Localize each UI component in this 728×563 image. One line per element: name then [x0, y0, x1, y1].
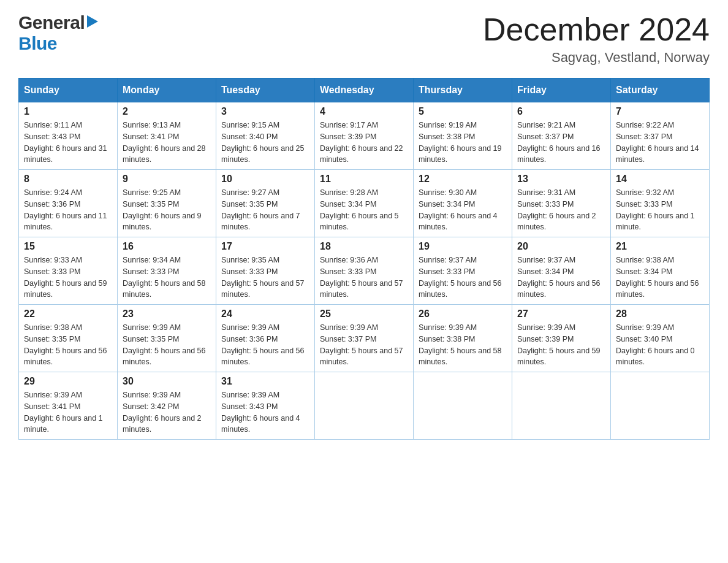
day-number: 18 [320, 241, 408, 252]
day-number: 24 [221, 308, 309, 320]
table-row [611, 372, 710, 440]
table-row: 10 Sunrise: 9:27 AM Sunset: 3:35 PM Dayl… [216, 170, 315, 237]
calendar-week-row: 29 Sunrise: 9:39 AM Sunset: 3:41 PM Dayl… [19, 372, 710, 440]
month-title: December 2024 [483, 12, 710, 47]
day-number: 14 [616, 174, 704, 185]
table-row [512, 372, 611, 440]
table-row: 28 Sunrise: 9:39 AM Sunset: 3:40 PM Dayl… [611, 305, 710, 372]
logo-arrow-icon [86, 13, 99, 30]
calendar-week-row: 15 Sunrise: 9:33 AM Sunset: 3:33 PM Dayl… [19, 237, 710, 305]
day-number: 9 [123, 174, 211, 185]
day-info: Sunrise: 9:39 AM Sunset: 3:36 PM Dayligh… [221, 322, 309, 368]
day-info: Sunrise: 9:39 AM Sunset: 3:35 PM Dayligh… [123, 322, 211, 368]
day-number: 4 [320, 106, 408, 117]
day-number: 19 [419, 241, 507, 252]
table-row: 24 Sunrise: 9:39 AM Sunset: 3:36 PM Dayl… [216, 305, 315, 372]
day-number: 10 [221, 174, 309, 185]
table-row: 13 Sunrise: 9:31 AM Sunset: 3:33 PM Dayl… [512, 170, 611, 237]
day-info: Sunrise: 9:30 AM Sunset: 3:34 PM Dayligh… [419, 187, 507, 233]
table-row [414, 372, 512, 440]
table-row: 16 Sunrise: 9:34 AM Sunset: 3:33 PM Dayl… [118, 237, 216, 305]
day-number: 31 [221, 376, 309, 387]
day-info: Sunrise: 9:39 AM Sunset: 3:39 PM Dayligh… [517, 322, 605, 368]
table-row: 7 Sunrise: 9:22 AM Sunset: 3:37 PM Dayli… [611, 102, 710, 170]
day-info: Sunrise: 9:39 AM Sunset: 3:41 PM Dayligh… [24, 389, 112, 435]
day-number: 1 [24, 106, 112, 117]
day-info: Sunrise: 9:21 AM Sunset: 3:37 PM Dayligh… [517, 120, 605, 166]
day-info: Sunrise: 9:11 AM Sunset: 3:43 PM Dayligh… [24, 120, 112, 166]
table-row: 5 Sunrise: 9:19 AM Sunset: 3:38 PM Dayli… [414, 102, 512, 170]
day-info: Sunrise: 9:32 AM Sunset: 3:33 PM Dayligh… [616, 187, 704, 233]
day-info: Sunrise: 9:37 AM Sunset: 3:34 PM Dayligh… [517, 255, 605, 301]
table-row: 15 Sunrise: 9:33 AM Sunset: 3:33 PM Dayl… [19, 237, 118, 305]
day-number: 6 [517, 106, 605, 117]
day-number: 21 [616, 241, 704, 252]
header-wednesday: Wednesday [315, 79, 414, 102]
table-row: 25 Sunrise: 9:39 AM Sunset: 3:37 PM Dayl… [315, 305, 414, 372]
calendar-header-row: Sunday Monday Tuesday Wednesday Thursday… [19, 79, 710, 102]
location-title: Sagvag, Vestland, Norway [483, 50, 710, 66]
table-row: 14 Sunrise: 9:32 AM Sunset: 3:33 PM Dayl… [611, 170, 710, 237]
logo-general-text: General [18, 12, 85, 33]
day-number: 2 [123, 106, 211, 117]
table-row: 11 Sunrise: 9:28 AM Sunset: 3:34 PM Dayl… [315, 170, 414, 237]
day-number: 12 [419, 174, 507, 185]
header-friday: Friday [512, 79, 611, 102]
day-info: Sunrise: 9:19 AM Sunset: 3:38 PM Dayligh… [419, 120, 507, 166]
logo-blue-text: Blue [18, 33, 57, 54]
day-number: 26 [419, 308, 507, 320]
table-row: 1 Sunrise: 9:11 AM Sunset: 3:43 PM Dayli… [19, 102, 118, 170]
day-info: Sunrise: 9:24 AM Sunset: 3:36 PM Dayligh… [24, 187, 112, 233]
day-number: 30 [123, 376, 211, 387]
table-row: 31 Sunrise: 9:39 AM Sunset: 3:43 PM Dayl… [216, 372, 315, 440]
day-number: 3 [221, 106, 309, 117]
table-row: 8 Sunrise: 9:24 AM Sunset: 3:36 PM Dayli… [19, 170, 118, 237]
table-row: 21 Sunrise: 9:38 AM Sunset: 3:34 PM Dayl… [611, 237, 710, 305]
day-info: Sunrise: 9:39 AM Sunset: 3:42 PM Dayligh… [123, 389, 211, 435]
table-row: 23 Sunrise: 9:39 AM Sunset: 3:35 PM Dayl… [118, 305, 216, 372]
table-row: 30 Sunrise: 9:39 AM Sunset: 3:42 PM Dayl… [118, 372, 216, 440]
page-header: General Blue December 2024 Sagvag, Vestl… [18, 12, 710, 66]
table-row: 6 Sunrise: 9:21 AM Sunset: 3:37 PM Dayli… [512, 102, 611, 170]
day-number: 28 [616, 308, 704, 320]
table-row: 18 Sunrise: 9:36 AM Sunset: 3:33 PM Dayl… [315, 237, 414, 305]
day-info: Sunrise: 9:31 AM Sunset: 3:33 PM Dayligh… [517, 187, 605, 233]
day-info: Sunrise: 9:39 AM Sunset: 3:38 PM Dayligh… [419, 322, 507, 368]
header-thursday: Thursday [414, 79, 512, 102]
table-row: 19 Sunrise: 9:37 AM Sunset: 3:33 PM Dayl… [414, 237, 512, 305]
header-tuesday: Tuesday [216, 79, 315, 102]
title-section: December 2024 Sagvag, Vestland, Norway [483, 12, 710, 66]
table-row: 17 Sunrise: 9:35 AM Sunset: 3:33 PM Dayl… [216, 237, 315, 305]
table-row: 12 Sunrise: 9:30 AM Sunset: 3:34 PM Dayl… [414, 170, 512, 237]
day-info: Sunrise: 9:17 AM Sunset: 3:39 PM Dayligh… [320, 120, 408, 166]
day-number: 16 [123, 241, 211, 252]
day-info: Sunrise: 9:22 AM Sunset: 3:37 PM Dayligh… [616, 120, 704, 166]
table-row [315, 372, 414, 440]
day-info: Sunrise: 9:39 AM Sunset: 3:40 PM Dayligh… [616, 322, 704, 368]
table-row: 20 Sunrise: 9:37 AM Sunset: 3:34 PM Dayl… [512, 237, 611, 305]
day-info: Sunrise: 9:15 AM Sunset: 3:40 PM Dayligh… [221, 120, 309, 166]
table-row: 22 Sunrise: 9:38 AM Sunset: 3:35 PM Dayl… [19, 305, 118, 372]
day-number: 5 [419, 106, 507, 117]
table-row: 3 Sunrise: 9:15 AM Sunset: 3:40 PM Dayli… [216, 102, 315, 170]
day-number: 7 [616, 106, 704, 117]
day-number: 20 [517, 241, 605, 252]
table-row: 26 Sunrise: 9:39 AM Sunset: 3:38 PM Dayl… [414, 305, 512, 372]
day-number: 8 [24, 174, 112, 185]
day-info: Sunrise: 9:38 AM Sunset: 3:34 PM Dayligh… [616, 255, 704, 301]
table-row: 29 Sunrise: 9:39 AM Sunset: 3:41 PM Dayl… [19, 372, 118, 440]
header-monday: Monday [118, 79, 216, 102]
calendar-week-row: 1 Sunrise: 9:11 AM Sunset: 3:43 PM Dayli… [19, 102, 710, 170]
day-info: Sunrise: 9:33 AM Sunset: 3:33 PM Dayligh… [24, 255, 112, 301]
table-row: 27 Sunrise: 9:39 AM Sunset: 3:39 PM Dayl… [512, 305, 611, 372]
day-info: Sunrise: 9:27 AM Sunset: 3:35 PM Dayligh… [221, 187, 309, 233]
day-info: Sunrise: 9:34 AM Sunset: 3:33 PM Dayligh… [123, 255, 211, 301]
day-number: 11 [320, 174, 408, 185]
day-number: 17 [221, 241, 309, 252]
logo: General Blue [18, 12, 99, 54]
calendar-week-row: 8 Sunrise: 9:24 AM Sunset: 3:36 PM Dayli… [19, 170, 710, 237]
day-info: Sunrise: 9:35 AM Sunset: 3:33 PM Dayligh… [221, 255, 309, 301]
day-number: 29 [24, 376, 112, 387]
header-saturday: Saturday [611, 79, 710, 102]
table-row: 2 Sunrise: 9:13 AM Sunset: 3:41 PM Dayli… [118, 102, 216, 170]
